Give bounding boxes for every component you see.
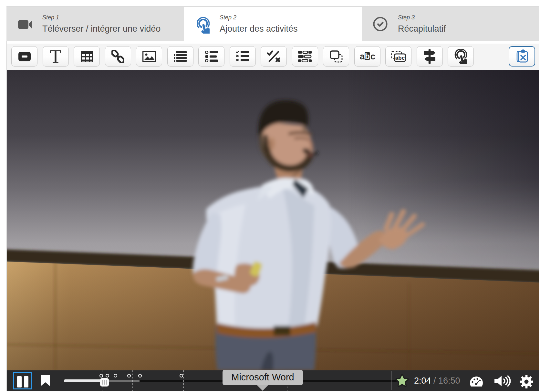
svg-text:c: c bbox=[370, 52, 375, 61]
svg-text:b: b bbox=[365, 52, 370, 61]
svg-text:T: T bbox=[50, 49, 61, 64]
svg-text:a: a bbox=[360, 52, 365, 61]
svg-text:abc: abc bbox=[395, 55, 404, 61]
